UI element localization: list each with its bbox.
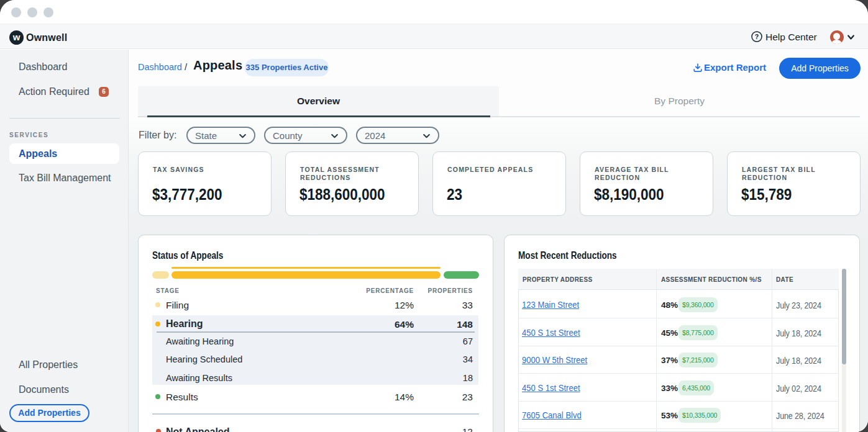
svg-text:?: ? xyxy=(755,33,759,40)
